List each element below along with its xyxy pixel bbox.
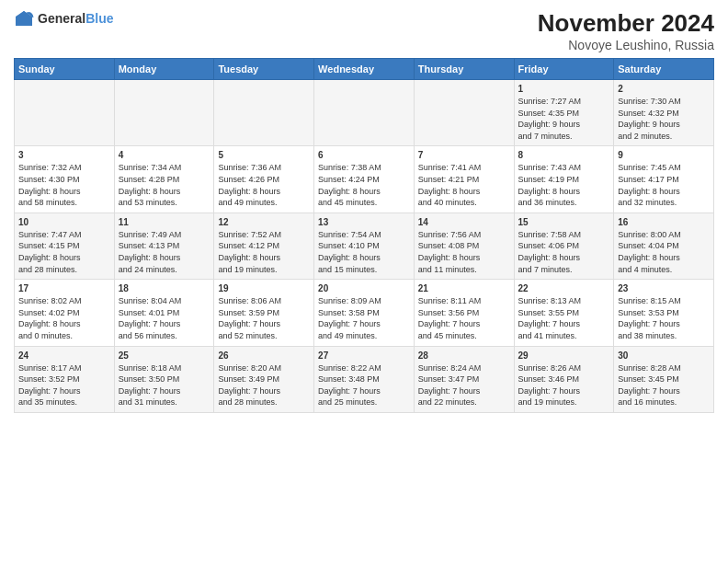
day-info: Sunrise: 8:09 AM Sunset: 3:58 PM Dayligh… — [318, 295, 410, 341]
col-saturday: Saturday — [614, 59, 714, 80]
day-number: 5 — [218, 150, 310, 160]
logo-general: General — [38, 12, 85, 26]
main-title: November 2024 — [538, 9, 714, 38]
day-number: 7 — [418, 150, 510, 160]
cell-4-3: 27Sunrise: 8:22 AM Sunset: 3:48 PM Dayli… — [314, 346, 415, 412]
day-number: 21 — [418, 283, 510, 293]
day-info: Sunrise: 8:00 AM Sunset: 4:04 PM Dayligh… — [618, 229, 710, 275]
day-info: Sunrise: 7:47 AM Sunset: 4:15 PM Dayligh… — [18, 229, 110, 275]
cell-2-5: 15Sunrise: 7:58 AM Sunset: 4:06 PM Dayli… — [514, 213, 614, 279]
cell-2-0: 10Sunrise: 7:47 AM Sunset: 4:15 PM Dayli… — [15, 213, 115, 279]
cell-1-3: 6Sunrise: 7:38 AM Sunset: 4:24 PM Daylig… — [314, 146, 415, 213]
cell-4-1: 25Sunrise: 8:18 AM Sunset: 3:50 PM Dayli… — [114, 346, 214, 412]
day-number: 10 — [18, 217, 110, 227]
day-number: 12 — [218, 217, 310, 227]
header-row: Sunday Monday Tuesday Wednesday Thursday… — [15, 59, 714, 80]
day-info: Sunrise: 7:38 AM Sunset: 4:24 PM Dayligh… — [318, 162, 410, 208]
calendar-table: Sunday Monday Tuesday Wednesday Thursday… — [14, 58, 714, 413]
day-info: Sunrise: 7:41 AM Sunset: 4:21 PM Dayligh… — [418, 162, 510, 208]
day-number: 3 — [18, 150, 110, 160]
day-number: 11 — [119, 217, 210, 227]
day-info: Sunrise: 8:04 AM Sunset: 4:01 PM Dayligh… — [119, 295, 210, 341]
logo-icon — [14, 9, 34, 29]
week-row-4: 24Sunrise: 8:17 AM Sunset: 3:52 PM Dayli… — [15, 346, 714, 412]
cell-0-3 — [314, 80, 415, 146]
day-number: 9 — [618, 150, 710, 160]
cell-0-1 — [114, 80, 214, 146]
day-info: Sunrise: 7:27 AM Sunset: 4:35 PM Dayligh… — [518, 96, 610, 142]
cell-3-4: 21Sunrise: 8:11 AM Sunset: 3:56 PM Dayli… — [414, 280, 514, 346]
day-info: Sunrise: 8:22 AM Sunset: 3:48 PM Dayligh… — [318, 362, 410, 408]
day-info: Sunrise: 7:52 AM Sunset: 4:12 PM Dayligh… — [218, 229, 310, 275]
day-info: Sunrise: 8:17 AM Sunset: 3:52 PM Dayligh… — [18, 362, 110, 408]
day-info: Sunrise: 7:54 AM Sunset: 4:10 PM Dayligh… — [318, 229, 410, 275]
cell-2-6: 16Sunrise: 8:00 AM Sunset: 4:04 PM Dayli… — [614, 213, 714, 279]
cell-3-2: 19Sunrise: 8:06 AM Sunset: 3:59 PM Dayli… — [214, 280, 314, 346]
cell-4-0: 24Sunrise: 8:17 AM Sunset: 3:52 PM Dayli… — [15, 346, 115, 412]
cell-2-2: 12Sunrise: 7:52 AM Sunset: 4:12 PM Dayli… — [214, 213, 314, 279]
week-row-3: 17Sunrise: 8:02 AM Sunset: 4:02 PM Dayli… — [15, 280, 714, 346]
day-number: 17 — [18, 283, 110, 293]
cell-2-3: 13Sunrise: 7:54 AM Sunset: 4:10 PM Dayli… — [314, 213, 415, 279]
day-number: 13 — [318, 217, 410, 227]
day-number: 20 — [318, 283, 410, 293]
day-info: Sunrise: 7:36 AM Sunset: 4:26 PM Dayligh… — [218, 162, 310, 208]
week-row-1: 3Sunrise: 7:32 AM Sunset: 4:30 PM Daylig… — [15, 146, 714, 213]
day-info: Sunrise: 8:28 AM Sunset: 3:45 PM Dayligh… — [618, 362, 710, 408]
day-number: 29 — [518, 350, 610, 361]
cell-0-4 — [414, 80, 514, 146]
day-info: Sunrise: 8:26 AM Sunset: 3:46 PM Dayligh… — [518, 362, 610, 408]
day-info: Sunrise: 7:58 AM Sunset: 4:06 PM Dayligh… — [518, 229, 610, 275]
day-info: Sunrise: 8:24 AM Sunset: 3:47 PM Dayligh… — [418, 362, 510, 408]
cell-4-4: 28Sunrise: 8:24 AM Sunset: 3:47 PM Dayli… — [414, 346, 514, 412]
sub-title: Novoye Leushino, Russia — [538, 38, 714, 52]
cell-4-6: 30Sunrise: 8:28 AM Sunset: 3:45 PM Dayli… — [614, 346, 714, 412]
cell-1-2: 5Sunrise: 7:36 AM Sunset: 4:26 PM Daylig… — [214, 146, 314, 213]
cell-0-2 — [214, 80, 314, 146]
page: General Blue November 2024 Novoye Leushi… — [0, 0, 728, 563]
day-number: 16 — [618, 217, 710, 227]
day-info: Sunrise: 7:34 AM Sunset: 4:28 PM Dayligh… — [119, 162, 210, 208]
cell-0-5: 1Sunrise: 7:27 AM Sunset: 4:35 PM Daylig… — [514, 80, 614, 146]
logo-text: General Blue — [38, 12, 113, 26]
day-info: Sunrise: 8:13 AM Sunset: 3:55 PM Dayligh… — [518, 295, 610, 341]
header: General Blue November 2024 Novoye Leushi… — [14, 9, 714, 52]
day-number: 1 — [518, 84, 610, 94]
cell-3-1: 18Sunrise: 8:04 AM Sunset: 4:01 PM Dayli… — [114, 280, 214, 346]
cell-4-5: 29Sunrise: 8:26 AM Sunset: 3:46 PM Dayli… — [514, 346, 614, 412]
day-info: Sunrise: 7:30 AM Sunset: 4:32 PM Dayligh… — [618, 96, 710, 142]
day-info: Sunrise: 8:20 AM Sunset: 3:49 PM Dayligh… — [218, 362, 310, 408]
day-number: 19 — [218, 283, 310, 293]
col-wednesday: Wednesday — [314, 59, 415, 80]
day-info: Sunrise: 7:32 AM Sunset: 4:30 PM Dayligh… — [18, 162, 110, 208]
logo: General Blue — [14, 9, 113, 29]
cell-3-3: 20Sunrise: 8:09 AM Sunset: 3:58 PM Dayli… — [314, 280, 415, 346]
day-number: 25 — [119, 350, 210, 361]
cell-1-5: 8Sunrise: 7:43 AM Sunset: 4:19 PM Daylig… — [514, 146, 614, 213]
day-number: 26 — [218, 350, 310, 361]
day-number: 22 — [518, 283, 610, 293]
cell-3-0: 17Sunrise: 8:02 AM Sunset: 4:02 PM Dayli… — [15, 280, 115, 346]
day-info: Sunrise: 7:56 AM Sunset: 4:08 PM Dayligh… — [418, 229, 510, 275]
col-friday: Friday — [514, 59, 614, 80]
cell-0-6: 2Sunrise: 7:30 AM Sunset: 4:32 PM Daylig… — [614, 80, 714, 146]
title-block: November 2024 Novoye Leushino, Russia — [538, 9, 714, 52]
day-info: Sunrise: 8:18 AM Sunset: 3:50 PM Dayligh… — [119, 362, 210, 408]
day-number: 27 — [318, 350, 410, 361]
col-sunday: Sunday — [15, 59, 115, 80]
day-number: 24 — [18, 350, 110, 361]
cell-2-1: 11Sunrise: 7:49 AM Sunset: 4:13 PM Dayli… — [114, 213, 214, 279]
cell-1-0: 3Sunrise: 7:32 AM Sunset: 4:30 PM Daylig… — [15, 146, 115, 213]
cell-2-4: 14Sunrise: 7:56 AM Sunset: 4:08 PM Dayli… — [414, 213, 514, 279]
day-number: 15 — [518, 217, 610, 227]
cell-1-4: 7Sunrise: 7:41 AM Sunset: 4:21 PM Daylig… — [414, 146, 514, 213]
day-info: Sunrise: 8:06 AM Sunset: 3:59 PM Dayligh… — [218, 295, 310, 341]
day-number: 18 — [119, 283, 210, 293]
week-row-2: 10Sunrise: 7:47 AM Sunset: 4:15 PM Dayli… — [15, 213, 714, 279]
cell-0-0 — [15, 80, 115, 146]
day-number: 6 — [318, 150, 410, 160]
day-number: 30 — [618, 350, 710, 361]
cell-1-1: 4Sunrise: 7:34 AM Sunset: 4:28 PM Daylig… — [114, 146, 214, 213]
day-number: 28 — [418, 350, 510, 361]
week-row-0: 1Sunrise: 7:27 AM Sunset: 4:35 PM Daylig… — [15, 80, 714, 146]
